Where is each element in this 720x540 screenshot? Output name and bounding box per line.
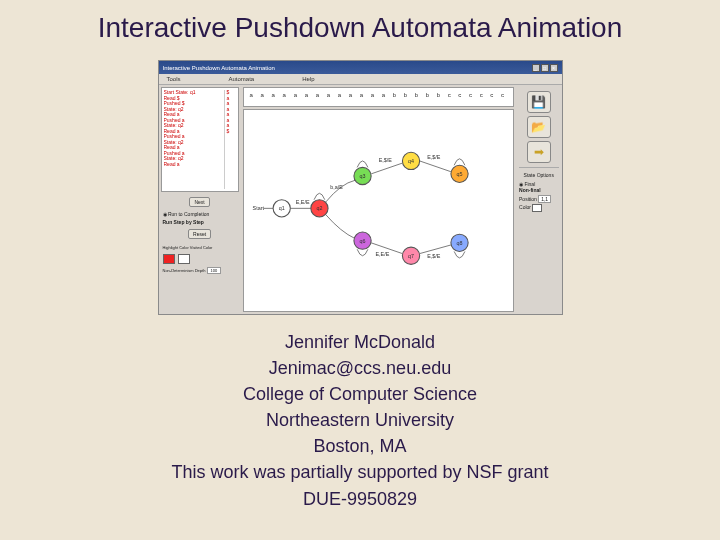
self-loop	[454, 251, 465, 257]
edge-label: b,a/E	[330, 184, 343, 190]
edge-label: E,$/E	[427, 154, 441, 160]
depth-row: Non-Determinism Depth 100	[163, 268, 237, 273]
state-label: q5	[456, 171, 462, 177]
menu-automata[interactable]: Automata	[221, 74, 295, 84]
state-label: q7	[408, 253, 414, 259]
self-loop	[454, 159, 465, 165]
state-label: q2	[316, 206, 322, 212]
menubar: Tools Automata Help	[159, 74, 562, 85]
graph-svg: Start E,E/E b,a/E E,$/E E,$/E E,E/E	[244, 110, 513, 311]
credits: Jennifer McDonald Jenimac@ccs.neu.edu Co…	[0, 325, 720, 512]
next-button[interactable]: Next	[189, 197, 209, 207]
highlight-color-swatch[interactable]	[163, 254, 175, 264]
position-label: Position	[519, 196, 537, 202]
maximize-icon[interactable]: □	[541, 64, 549, 72]
window-controls: _ □ ×	[532, 64, 558, 72]
color-label: Color	[519, 204, 531, 210]
author-email: Jenimac@ccs.neu.edu	[0, 355, 720, 381]
state-label: q8	[456, 240, 462, 246]
input-tape: a a a a a a a a a a a a a b b b b b c c …	[243, 87, 514, 107]
start-label: Start	[252, 206, 264, 212]
app-body: Start State: q1 Read $ Pushed $ State: q…	[159, 85, 562, 314]
affiliation-dept: College of Computer Science	[0, 381, 720, 407]
open-icon[interactable]: 📂	[527, 116, 551, 138]
save-icon[interactable]: 💾	[527, 91, 551, 113]
state-options-header: State Options	[519, 172, 558, 178]
depth-label: Non-Determinism Depth	[163, 268, 206, 273]
self-loop	[357, 161, 368, 167]
run-step-label: Run Step by Step	[163, 219, 204, 225]
close-icon[interactable]: ×	[550, 64, 558, 72]
edge-label: E,$/E	[427, 253, 441, 259]
highlight-label: Highlight Color Visited Color	[163, 245, 237, 250]
self-loop	[357, 249, 368, 255]
log-text: Start State: q1 Read $ Pushed $ State: q…	[164, 90, 224, 189]
run-arrow-icon[interactable]: ➡	[527, 141, 551, 163]
run-completion-radio[interactable]: ◉ Run to Completion	[163, 211, 237, 217]
nonfinal-radio[interactable]: Non-final	[519, 187, 558, 193]
edge	[371, 163, 402, 174]
author-name: Jennifer McDonald	[0, 329, 720, 355]
affiliation-uni: Northeastern University	[0, 407, 720, 433]
run-step-radio[interactable]: Run Step by Step	[163, 219, 237, 225]
grant-line1: This work was partially supported by NSF…	[0, 459, 720, 485]
app-screenshot: Interactive Pushdown Automata Animation …	[158, 60, 563, 315]
affiliation-loc: Boston, MA	[0, 433, 720, 459]
run-completion-label: Run to Completion	[168, 211, 209, 217]
right-panel: 💾 📂 ➡ State Options ◉ Final Non-final Po…	[516, 85, 561, 314]
menu-tools[interactable]: Tools	[159, 74, 221, 84]
page-title: Interactive Pushdown Automata Animation	[0, 0, 720, 44]
state-label: q3	[359, 173, 365, 179]
edge-label: E,$/E	[378, 157, 392, 163]
main-panel: a a a a a a a a a a a a a b b b b b c c …	[241, 85, 516, 314]
reset-button[interactable]: Reset	[188, 229, 211, 239]
app-titlebar: Interactive Pushdown Automata Animation …	[159, 61, 562, 74]
visited-color-swatch[interactable]	[178, 254, 190, 264]
depth-input[interactable]: 100	[207, 267, 222, 274]
position-input[interactable]: 1,1	[538, 195, 551, 203]
edge	[326, 215, 355, 239]
automaton-canvas[interactable]: Start E,E/E b,a/E E,$/E E,$/E E,E/E	[243, 109, 514, 312]
edge	[419, 161, 450, 172]
window-title: Interactive Pushdown Automata Animation	[163, 65, 275, 71]
left-controls: Next ◉ Run to Completion Run Step by Ste…	[161, 192, 239, 312]
log-box: Start State: q1 Read $ Pushed $ State: q…	[161, 87, 239, 192]
state-label: q6	[359, 238, 365, 244]
grant-line2: DUE-9950829	[0, 486, 720, 512]
stack-display: $ a a a a a a $	[224, 90, 236, 189]
color-swatch[interactable]	[532, 204, 542, 212]
menu-help[interactable]: Help	[294, 74, 354, 84]
edge-label: E,E/E	[295, 199, 309, 205]
minimize-icon[interactable]: _	[532, 64, 540, 72]
left-panel: Start State: q1 Read $ Pushed $ State: q…	[159, 85, 241, 314]
state-label: q1	[278, 206, 284, 212]
self-loop	[314, 193, 325, 199]
nonfinal-label: Non-final	[519, 187, 541, 193]
state-label: q4	[408, 158, 414, 164]
edge-label: E,E/E	[375, 251, 389, 257]
app-window: Interactive Pushdown Automata Animation …	[158, 60, 563, 315]
